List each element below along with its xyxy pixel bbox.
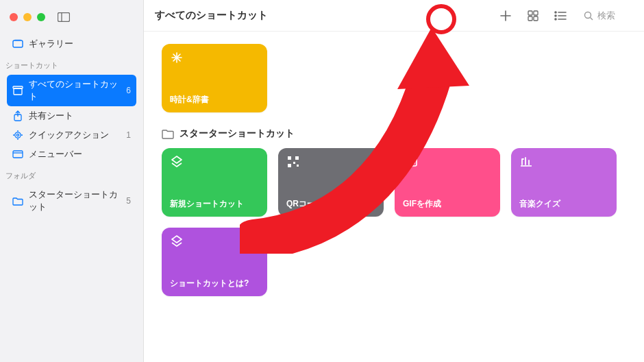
sidebar-item-label: ギャラリー [29,38,73,50]
add-shortcut-button[interactable] [496,8,515,24]
section-title-starter: スターターショートカット [162,128,626,140]
search-field[interactable]: 検索 [578,10,633,22]
grid-view-button[interactable] [523,8,543,24]
svg-rect-13 [13,151,23,158]
svg-point-8 [16,134,18,136]
card-label: 時計&辞書 [170,95,259,106]
card-label: ショートカットとは? [170,278,259,289]
svg-point-38 [406,158,408,160]
svg-point-21 [555,15,556,16]
fullscreen-window-button[interactable] [37,13,45,21]
svg-rect-35 [297,165,299,167]
sidebar-item-starter-folder[interactable]: スターターショートカット 5 [7,185,136,217]
search-placeholder: 検索 [597,10,615,22]
archivebox-icon [12,85,23,96]
sidebar-item-share-sheet[interactable]: 共有シート [7,106,136,125]
share-icon [12,110,23,121]
sidebar-item-gallery[interactable]: ギャラリー [7,34,136,53]
svg-rect-34 [293,162,295,164]
shortcut-card-whatis[interactable]: ショートカットとは? [162,228,267,296]
content-area: 時計&辞書 スターターショートカット 新規ショートカットQRコードを作成するGI… [144,32,644,309]
window-controls [0,5,143,32]
svg-rect-18 [534,16,538,21]
folder-icon [162,129,174,139]
svg-rect-3 [14,40,21,41]
shortcut-card-qr[interactable]: QRコードを作成する [278,148,384,217]
sidebar-item-label: すべてのショートカット [29,78,121,103]
folder-icon [12,195,23,206]
sidebar-item-count: 5 [126,196,131,206]
svg-line-26 [591,17,593,20]
sidebar-item-all-shortcuts[interactable]: すべてのショートカット 6 [7,75,136,106]
sidebar-item-label: 共有シート [29,110,73,122]
sidebar-item-menubar[interactable]: メニューバー [7,145,136,164]
sidebar: ギャラリー ショートカット すべてのショートカット 6 共有シート クイックアク… [0,0,144,362]
svg-point-25 [585,12,591,18]
minimize-window-button[interactable] [23,13,32,21]
toolbar: すべてのショートカット 検索 [144,0,644,32]
svg-rect-16 [534,11,538,15]
sidebar-toggle-icon[interactable] [58,12,70,22]
main-pane: すべてのショートカット 検索 時計&辞書 [144,0,644,362]
svg-point-23 [555,19,556,20]
svg-rect-33 [288,164,291,167]
sidebar-item-count: 1 [126,130,131,140]
section-title-label: スターターショートカット [179,128,295,140]
list-view-button[interactable] [551,8,570,24]
shortcut-card-music-quiz[interactable]: 音楽クイズ [511,148,617,217]
sidebar-item-label: クイックアクション [29,129,109,141]
card-label: GIFを作成 [403,199,492,210]
card-label: 音楽クイズ [519,199,608,210]
card-icon [170,234,184,248]
sparkle-icon [170,51,184,64]
sidebar-item-count: 6 [126,86,131,95]
page-title: すべてのショートカット [155,9,268,22]
menubar-icon [12,149,23,160]
svg-rect-31 [288,156,291,160]
sidebar-heading-folders: フォルダ [0,167,143,182]
sidebar-item-label: メニューバー [29,148,82,160]
sidebar-item-label: スターターショートカット [29,189,121,213]
svg-point-7 [15,132,21,138]
search-icon [584,11,593,21]
svg-point-19 [555,12,556,13]
card-icon [170,155,184,169]
svg-rect-17 [528,16,532,21]
shortcut-card-gif[interactable]: GIFを作成 [395,148,500,217]
svg-rect-2 [13,40,23,47]
svg-rect-5 [14,88,22,95]
gear-icon [12,130,23,141]
svg-rect-0 [58,13,70,22]
shortcut-card-clock-dictionary[interactable]: 時計&辞書 [162,44,267,112]
card-label: 新規ショートカット [170,199,259,210]
sidebar-heading-shortcuts: ショートカット [0,56,143,72]
gallery-icon [12,38,23,49]
svg-rect-32 [295,156,299,160]
shortcut-card-new[interactable]: 新規ショートカット [162,148,267,217]
svg-rect-15 [528,11,532,15]
close-window-button[interactable] [10,13,18,21]
card-label: QRコードを作成する [286,199,375,210]
card-icon [286,155,300,169]
card-icon [403,155,417,169]
sidebar-item-quick-actions[interactable]: クイックアクション 1 [7,125,136,145]
card-icon [519,155,533,169]
